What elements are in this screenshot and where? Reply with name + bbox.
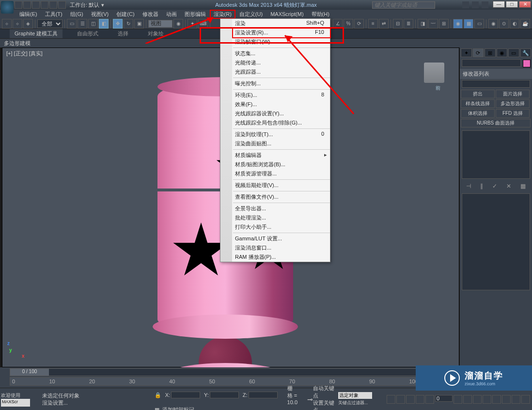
rp-btn-poly[interactable]: 多边形选择 xyxy=(496,99,530,108)
percent-snap-icon[interactable]: % xyxy=(344,19,353,29)
maxscript-input[interactable]: MAXScr xyxy=(1,399,30,407)
render-prod-icon[interactable]: ◉ xyxy=(488,19,498,29)
object-color-swatch[interactable] xyxy=(523,60,531,67)
ribbon-poly-label[interactable]: 多边形建模 xyxy=(4,40,31,47)
layers-icon[interactable]: ≣ xyxy=(404,19,413,29)
lock-icon[interactable]: 🔒 xyxy=(155,392,161,398)
rp-btn-ffd[interactable]: FFD 选择 xyxy=(496,109,530,118)
rp-btn-nurbs[interactable]: NURBS 曲面选择 xyxy=(461,119,531,127)
pin-icon[interactable]: ⊣ xyxy=(466,183,471,189)
prev-frame-icon[interactable] xyxy=(396,395,405,404)
maximize-button[interactable]: □ xyxy=(506,1,518,8)
dropdown-item[interactable]: 打印大小助手... xyxy=(233,222,330,232)
info-icon[interactable] xyxy=(462,1,469,8)
key-target[interactable]: 选定对象 xyxy=(338,392,372,399)
window-crossing-icon[interactable]: ◧ xyxy=(99,19,109,29)
viewcube[interactable] xyxy=(424,63,444,83)
menu-edit[interactable]: 编辑(E) xyxy=(16,10,41,19)
menu-render[interactable]: 渲染(R) xyxy=(210,10,235,19)
pivot-icon[interactable]: ◉ xyxy=(173,19,183,29)
render-setup-icon[interactable]: ▦ xyxy=(464,19,473,29)
key-icon[interactable]: ⊸ xyxy=(307,395,313,403)
menu-animation[interactable]: 动画 xyxy=(162,10,181,19)
dropdown-item[interactable]: 查看图像文件(V)... xyxy=(233,192,330,202)
coord-system[interactable] xyxy=(148,20,172,28)
minimize-button[interactable]: — xyxy=(493,1,505,8)
curve-editor-icon[interactable]: 〰 xyxy=(428,19,438,29)
time-tag-icon[interactable]: ▦ xyxy=(155,407,159,410)
goto-start-icon[interactable] xyxy=(387,395,395,404)
menu-view[interactable]: 视图(V) xyxy=(87,10,113,19)
render-iter-icon[interactable]: ⊙ xyxy=(499,19,509,29)
rotate-icon[interactable]: ↻ xyxy=(124,19,133,29)
material-editor-icon[interactable]: ◉ xyxy=(453,19,463,29)
close-button[interactable]: ✕ xyxy=(519,1,531,8)
dropdown-item[interactable]: 效果(F)... xyxy=(233,100,330,109)
menu-modifiers[interactable]: 修改器 xyxy=(139,10,162,19)
menu-group[interactable]: 组(G) xyxy=(66,10,87,19)
dropdown-item[interactable]: 环境(E)...8 xyxy=(233,91,330,100)
zoom-icon[interactable] xyxy=(483,395,491,404)
menu-customize[interactable]: 自定义(U) xyxy=(235,10,266,19)
coord-y-field[interactable] xyxy=(210,392,239,398)
align-icon[interactable]: ⊟ xyxy=(393,19,403,29)
unique-icon[interactable]: ✓ xyxy=(492,183,497,189)
set-key-button[interactable]: 设置关键点 xyxy=(313,399,336,410)
angle-snap-icon[interactable]: ∠ xyxy=(333,19,343,29)
rp-btn-spline[interactable]: 样条线选择 xyxy=(461,99,495,108)
min-max-icon[interactable] xyxy=(521,395,530,404)
modifier-list-dropdown[interactable] xyxy=(462,80,530,88)
dropdown-item[interactable]: 视频后期处理(V)... xyxy=(233,181,330,190)
rp-btn-patch[interactable]: 面片选择 xyxy=(496,90,530,98)
dropdown-item[interactable]: 光跟踪器... xyxy=(233,67,330,77)
select-name-icon[interactable]: ☰ xyxy=(78,19,87,29)
qat-project[interactable] xyxy=(58,1,66,9)
add-time-tag[interactable]: 添加时间标记 xyxy=(162,406,194,410)
workspace-selector[interactable]: 工作台: 默认 ▾ xyxy=(70,1,104,9)
selection-filter[interactable]: 全部 xyxy=(37,19,63,28)
iso-icon[interactable] xyxy=(463,395,472,404)
named-sel-icon[interactable]: ≡ xyxy=(368,19,378,29)
render-frame-icon[interactable]: ▭ xyxy=(474,19,484,29)
next-frame-icon[interactable] xyxy=(416,395,424,404)
config-icon[interactable]: ▦ xyxy=(520,183,526,189)
graphite-icon[interactable]: ◨ xyxy=(418,19,427,29)
ribbon-freeform[interactable]: 自由形式 xyxy=(72,29,103,38)
menu-graph[interactable]: 图形编辑 xyxy=(181,10,210,19)
motion-tab-icon[interactable]: ◉ xyxy=(497,48,508,57)
dropdown-item[interactable]: Gamma/LUT 设置... xyxy=(233,234,330,243)
active-shade-icon[interactable]: ◐ xyxy=(510,19,519,29)
menu-create[interactable]: 创建(C) xyxy=(112,10,138,19)
key-filter[interactable]: 关键点过滤器... xyxy=(338,400,372,406)
help-icon[interactable] xyxy=(482,1,488,8)
dropdown-item[interactable]: 渲染消息窗口... xyxy=(233,243,330,252)
select-region-icon[interactable]: ◫ xyxy=(88,19,98,29)
rollout-area[interactable] xyxy=(462,193,530,290)
qat-redo[interactable] xyxy=(49,1,57,9)
select-icon[interactable]: ▭ xyxy=(67,19,77,29)
dropdown-item[interactable]: 材质资源管理器... xyxy=(233,169,330,178)
pan-icon[interactable] xyxy=(473,395,482,404)
dropdown-item[interactable]: 光能传递... xyxy=(233,58,330,67)
utilities-tab-icon[interactable]: 🔧 xyxy=(520,48,532,57)
mirror-icon[interactable]: ⇄ xyxy=(379,19,389,29)
qat-undo[interactable] xyxy=(41,1,48,9)
dropdown-item[interactable]: 光线跟踪全局包含/排除(G)... xyxy=(233,118,330,127)
dropdown-item[interactable]: 曝光控制... xyxy=(233,79,330,88)
render-icon[interactable]: ☕ xyxy=(520,19,530,29)
dropdown-item[interactable]: 渲染到纹理(T)...0 xyxy=(233,130,330,139)
link-icon[interactable]: ⟐ xyxy=(2,19,12,29)
rp-btn-volume[interactable]: 体积选择 xyxy=(461,109,495,118)
dropdown-item[interactable]: 状态集... xyxy=(233,49,330,58)
display-tab-icon[interactable]: ▭ xyxy=(508,48,519,57)
hierarchy-tab-icon[interactable]: ⊞ xyxy=(485,48,496,57)
ribbon-paint[interactable]: 对象绘 xyxy=(143,29,169,38)
play-icon[interactable] xyxy=(406,395,415,404)
time-handle[interactable]: 0 / 100 xyxy=(10,369,49,376)
dropdown-item[interactable]: 渲染帧窗口(W)... xyxy=(233,37,330,47)
ribbon-select[interactable]: 选择 xyxy=(113,29,133,38)
current-frame[interactable]: 0 xyxy=(435,395,453,402)
star-icon[interactable] xyxy=(472,1,479,8)
keyboard-icon[interactable]: ⌨ xyxy=(198,19,208,29)
dropdown-item[interactable]: 批处理渲染... xyxy=(233,213,330,222)
